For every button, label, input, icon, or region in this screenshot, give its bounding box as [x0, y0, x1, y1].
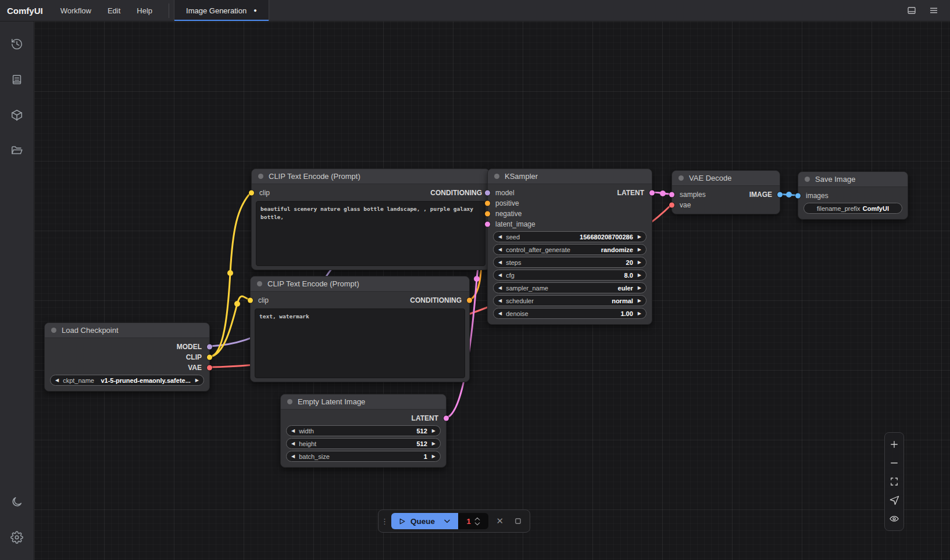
- height-widget[interactable]: ◀ height 512 ▶: [286, 438, 441, 449]
- queue-button[interactable]: Queue: [391, 513, 458, 529]
- menu-help[interactable]: Help: [128, 0, 160, 21]
- node-title-bar[interactable]: KSampler: [488, 169, 652, 184]
- comfyui-app: Load Checkpoint MODEL CLIP VAE ◀ ckpt_na…: [0, 0, 950, 560]
- pan-mode-icon[interactable]: [885, 491, 903, 509]
- collapse-dot[interactable]: [287, 399, 292, 404]
- stop-icon[interactable]: [512, 514, 525, 529]
- widget-next-icon[interactable]: ▶: [638, 235, 641, 239]
- widget-next-icon[interactable]: ▶: [638, 311, 641, 316]
- node-title-bar[interactable]: Load Checkpoint: [45, 323, 209, 338]
- node-title-bar[interactable]: Save Image: [798, 172, 908, 187]
- input-port-images[interactable]: [795, 193, 801, 199]
- output-port-latent[interactable]: [444, 416, 449, 421]
- menu-workflow[interactable]: Workflow: [52, 0, 99, 21]
- negative-prompt-textarea[interactable]: [255, 308, 465, 378]
- node-vae-decode[interactable]: VAE Decode samples IMAGE vae: [672, 170, 780, 214]
- fit-view-icon[interactable]: [885, 472, 903, 491]
- collapse-dot[interactable]: [258, 174, 263, 179]
- filename-prefix-widget[interactable]: filename_prefix ComfyUI: [803, 203, 902, 214]
- widget-prev-icon[interactable]: ◀: [291, 454, 295, 459]
- ckpt-name-widget[interactable]: ◀ ckpt_name v1-5-pruned-emaonly.safete..…: [50, 375, 204, 386]
- chevron-down-icon[interactable]: [443, 517, 451, 525]
- node-title-bar[interactable]: CLIP Text Encode (Prompt): [252, 169, 490, 184]
- moon-theme-icon[interactable]: [4, 489, 30, 515]
- input-port-latent-image[interactable]: [485, 222, 490, 227]
- seed-widget[interactable]: ◀ seed 156680208700286 ▶: [493, 231, 647, 242]
- input-port-clip[interactable]: [248, 298, 253, 303]
- denoise-widget[interactable]: ◀ denoise 1.00 ▶: [493, 308, 647, 319]
- node-empty-latent-image[interactable]: Empty Latent Image LATENT ◀ width 512 ▶ …: [280, 394, 447, 468]
- hamburger-menu-icon[interactable]: [926, 2, 942, 19]
- collapse-dot[interactable]: [494, 174, 499, 179]
- output-port-model[interactable]: [207, 344, 212, 350]
- node-clip-text-encode-negative[interactable]: CLIP Text Encode (Prompt) clip CONDITION…: [250, 276, 470, 382]
- output-port-clip[interactable]: [207, 355, 212, 360]
- output-port-image[interactable]: [777, 192, 783, 198]
- widget-next-icon[interactable]: ▶: [195, 378, 199, 383]
- widget-prev-icon[interactable]: ◀: [498, 311, 502, 316]
- node-ksampler[interactable]: KSampler model LATENT positive negative …: [487, 168, 652, 325]
- node-save-image[interactable]: Save Image images filename_prefix ComfyU…: [798, 171, 908, 220]
- widget-prev-icon[interactable]: ◀: [498, 286, 502, 290]
- widget-next-icon[interactable]: ▶: [432, 441, 435, 446]
- cfg-widget[interactable]: ◀ cfg 8.0 ▶: [493, 270, 647, 281]
- width-widget[interactable]: ◀ width 512 ▶: [286, 425, 441, 436]
- widget-prev-icon[interactable]: ◀: [291, 429, 295, 433]
- widget-next-icon[interactable]: ▶: [638, 273, 641, 278]
- output-port-conditioning[interactable]: [467, 298, 472, 303]
- settings-gear-icon[interactable]: [4, 525, 30, 550]
- input-port-positive[interactable]: [485, 201, 490, 206]
- workflow-tab-image-generation[interactable]: Image Generation ●: [174, 0, 269, 21]
- widget-prev-icon[interactable]: ◀: [498, 299, 502, 303]
- collapse-dot[interactable]: [678, 175, 684, 181]
- widget-next-icon[interactable]: ▶: [432, 454, 435, 459]
- collapse-dot[interactable]: [257, 281, 262, 286]
- widget-prev-icon[interactable]: ◀: [498, 273, 502, 278]
- widget-prev-icon[interactable]: ◀: [498, 260, 502, 265]
- output-port-latent[interactable]: [649, 191, 655, 196]
- widget-next-icon[interactable]: ▶: [638, 299, 641, 303]
- steps-widget[interactable]: ◀ steps 20 ▶: [493, 257, 647, 268]
- input-port-samples[interactable]: [669, 192, 674, 198]
- widget-next-icon[interactable]: ▶: [638, 286, 641, 290]
- node-title-bar[interactable]: CLIP Text Encode (Prompt): [251, 277, 469, 292]
- collapse-dot[interactable]: [51, 328, 56, 333]
- input-port-negative[interactable]: [485, 211, 490, 217]
- node-title: VAE Decode: [689, 174, 731, 182]
- input-port-model[interactable]: [485, 191, 490, 196]
- input-port-clip[interactable]: [249, 191, 254, 196]
- model-library-box-icon[interactable]: [4, 102, 30, 128]
- node-load-checkpoint[interactable]: Load Checkpoint MODEL CLIP VAE ◀ ckpt_na…: [44, 322, 210, 392]
- drag-handle-icon[interactable]: ⋮: [381, 518, 387, 525]
- history-icon[interactable]: [4, 31, 30, 57]
- scheduler-widget[interactable]: ◀ scheduler normal ▶: [493, 295, 647, 306]
- widget-prev-icon[interactable]: ◀: [291, 441, 295, 446]
- menu-edit[interactable]: Edit: [99, 0, 128, 21]
- node-title-bar[interactable]: VAE Decode: [672, 171, 780, 186]
- spinner-up-icon[interactable]: [474, 517, 480, 520]
- collapse-dot[interactable]: [805, 177, 810, 182]
- output-port-vae[interactable]: [207, 365, 212, 371]
- clear-queue-icon[interactable]: ✕: [493, 514, 506, 529]
- widget-prev-icon[interactable]: ◀: [498, 235, 502, 239]
- sampler-name-widget[interactable]: ◀ sampler_name euler ▶: [493, 282, 647, 293]
- node-clip-text-encode-positive[interactable]: CLIP Text Encode (Prompt) clip CONDITION…: [251, 168, 490, 270]
- input-port-vae[interactable]: [669, 203, 674, 208]
- toggle-link-visibility-icon[interactable]: [885, 509, 903, 528]
- control-after-generate-widget[interactable]: ◀ control_after_generate randomize ▶: [493, 244, 647, 255]
- widget-prev-icon[interactable]: ◀: [55, 378, 59, 383]
- spinner-down-icon[interactable]: [474, 522, 480, 526]
- positive-prompt-textarea[interactable]: [256, 201, 485, 266]
- zoom-out-icon[interactable]: [885, 454, 903, 472]
- widget-next-icon[interactable]: ▶: [638, 247, 641, 252]
- panel-bottom-icon[interactable]: [903, 2, 920, 19]
- workflows-folder-icon[interactable]: [4, 138, 30, 163]
- log-icon[interactable]: [4, 67, 30, 92]
- node-title-bar[interactable]: Empty Latent Image: [281, 394, 446, 410]
- zoom-in-icon[interactable]: [885, 435, 903, 454]
- batch-count-input[interactable]: 1: [458, 513, 488, 529]
- widget-next-icon[interactable]: ▶: [432, 429, 435, 433]
- widget-prev-icon[interactable]: ◀: [498, 247, 502, 252]
- widget-next-icon[interactable]: ▶: [638, 260, 641, 265]
- batch-size-widget[interactable]: ◀ batch_size 1 ▶: [286, 451, 441, 462]
